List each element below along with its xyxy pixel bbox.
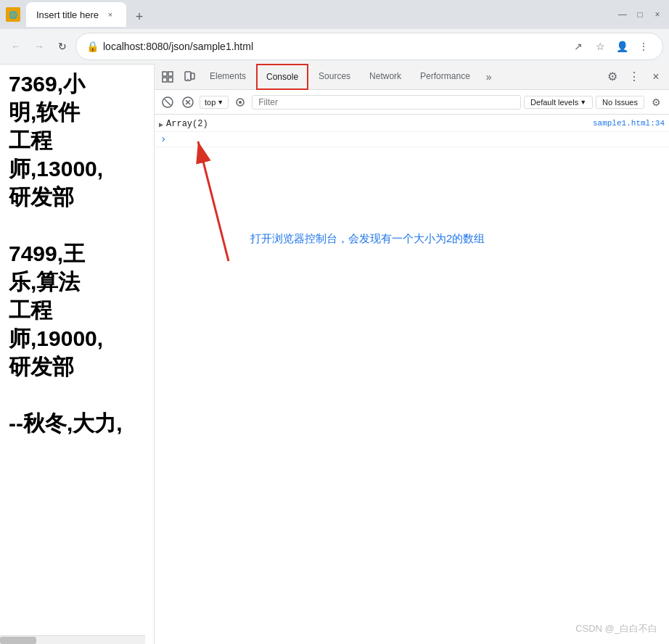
live-expressions-button[interactable] xyxy=(231,94,249,111)
page-main-text: 7369,小明,软件工程师,13000,研发部 7499,王乐,算法工程师,19… xyxy=(9,70,145,437)
title-bar: 🌐 Insert title here × + — □ × xyxy=(0,0,669,29)
devtools-toolbar: Elements Console Sources Network Perform… xyxy=(155,64,669,90)
window-controls: — □ × xyxy=(617,9,663,20)
new-tab-button[interactable]: + xyxy=(129,7,149,27)
clear-console-button[interactable] xyxy=(159,94,176,111)
svg-rect-0 xyxy=(163,72,167,76)
devtools-settings-button[interactable]: ⚙ xyxy=(602,67,623,87)
minimize-button[interactable]: — xyxy=(617,9,628,20)
devtools-panel: Elements Console Sources Network Perform… xyxy=(154,64,669,644)
console-toolbar: top ▼ Default levels ▼ No Issues ⚙ xyxy=(155,90,669,115)
forward-button[interactable]: → xyxy=(29,36,49,57)
browser-chrome: 🌐 Insert title here × + — □ × ← → ↻ 🔒 lo… xyxy=(0,0,669,65)
default-levels-select[interactable]: Default levels ▼ xyxy=(524,96,593,109)
maximize-button[interactable]: □ xyxy=(634,9,646,20)
svg-line-8 xyxy=(165,99,171,105)
share-icon[interactable]: ↗ xyxy=(570,38,587,55)
scrollbar-thumb[interactable] xyxy=(0,637,36,644)
tab-elements[interactable]: Elements xyxy=(201,64,255,90)
annotation-text: 打开浏览器控制台，会发现有一个大小为2的数组 xyxy=(250,232,485,246)
inspect-element-button[interactable] xyxy=(157,67,178,87)
address-bar: ← → ↻ 🔒 localhost:8080/json/sample1.html… xyxy=(0,29,669,64)
tab-performance[interactable]: Performance xyxy=(411,64,479,90)
tab-network[interactable]: Network xyxy=(361,64,410,90)
lock-icon: 🔒 xyxy=(86,41,99,52)
svg-point-13 xyxy=(239,101,242,104)
console-prompt-icon: › xyxy=(160,133,166,145)
devtools-kebab-button[interactable]: ⋮ xyxy=(624,67,644,87)
devtools-close-button[interactable]: × xyxy=(646,67,666,87)
tab-strip: Insert title here × + xyxy=(26,2,617,27)
console-row: ▶ Array(2) sample1.html:34 xyxy=(155,117,669,132)
chevron-down-icon-levels: ▼ xyxy=(580,99,586,106)
url-action-icons: ↗ ☆ 👤 ⋮ xyxy=(570,38,652,55)
expand-array-button[interactable]: ▶ xyxy=(159,120,163,129)
profile-icon[interactable]: 👤 xyxy=(613,38,631,55)
array-value: Array(2) xyxy=(166,119,208,129)
stop-messages-button[interactable] xyxy=(179,94,197,111)
console-prompt-row: › xyxy=(155,132,669,147)
back-button[interactable]: ← xyxy=(6,36,26,57)
console-filter-input[interactable] xyxy=(252,95,521,110)
tab-title: Insert title here xyxy=(36,9,99,20)
no-issues-button[interactable]: No Issues xyxy=(596,96,644,109)
device-toolbar-button[interactable] xyxy=(179,67,200,87)
tab-sources[interactable]: Sources xyxy=(310,64,359,90)
bookmark-icon[interactable]: ☆ xyxy=(591,38,609,55)
menu-icon[interactable]: ⋮ xyxy=(635,38,652,55)
svg-rect-2 xyxy=(163,78,167,82)
browser-icon: 🌐 xyxy=(6,7,20,22)
chevron-down-icon: ▼ xyxy=(217,99,223,106)
url-text: localhost:8080/json/sample1.html xyxy=(103,41,253,52)
more-tabs-button[interactable]: » xyxy=(482,68,496,86)
page-content: 7369,小明,软件工程师,13000,研发部 7499,王乐,算法工程师,19… xyxy=(0,64,154,644)
execution-context-select[interactable]: top ▼ xyxy=(200,96,229,109)
close-window-button[interactable]: × xyxy=(652,9,663,20)
svg-point-6 xyxy=(187,78,189,80)
source-link[interactable]: sample1.html:34 xyxy=(593,119,665,128)
console-output: ▶ Array(2) sample1.html:34 › xyxy=(155,115,669,644)
horizontal-scrollbar[interactable] xyxy=(0,635,145,644)
url-bar[interactable]: 🔒 localhost:8080/json/sample1.html ↗ ☆ 👤… xyxy=(75,33,663,60)
svg-rect-1 xyxy=(168,72,173,76)
tab-close-button[interactable]: × xyxy=(104,9,116,20)
active-tab[interactable]: Insert title here × xyxy=(26,2,126,27)
svg-rect-5 xyxy=(191,73,194,79)
svg-rect-3 xyxy=(168,78,173,82)
console-settings-button[interactable]: ⚙ xyxy=(647,94,665,111)
watermark: CSDN @_白白不白 xyxy=(575,622,657,635)
tab-console[interactable]: Console xyxy=(256,64,308,90)
reload-button[interactable]: ↻ xyxy=(52,36,73,57)
